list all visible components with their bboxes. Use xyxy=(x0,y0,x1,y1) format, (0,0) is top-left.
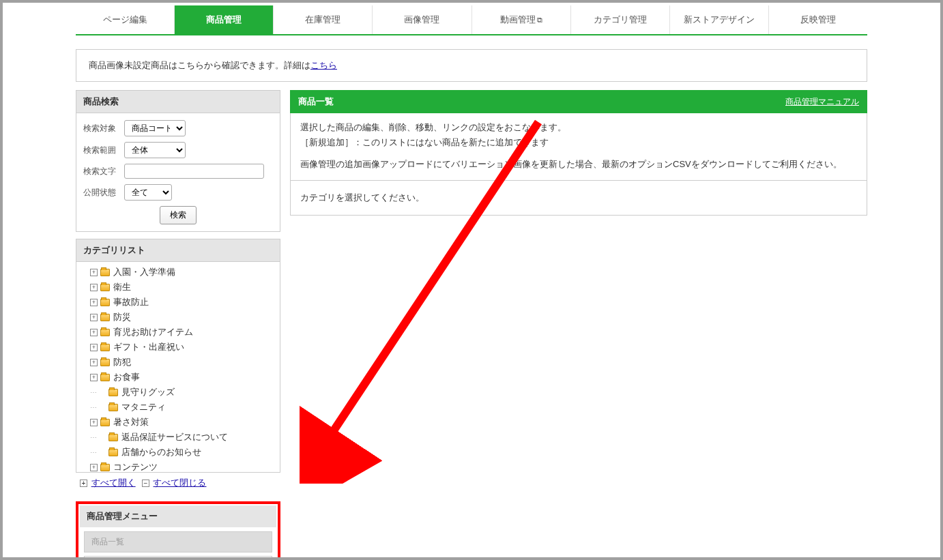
category-list-title: カテゴリリスト xyxy=(76,239,280,261)
expander-icon[interactable]: + xyxy=(90,374,98,381)
tree-item[interactable]: +暑さ対策 xyxy=(76,415,280,430)
top-tabs: ページ編集商品管理在庫管理画像管理動画管理⧉カテゴリ管理新ストアデザイン反映管理 xyxy=(76,5,867,35)
folder-icon xyxy=(108,434,118,441)
tab-1[interactable]: 商品管理 xyxy=(175,5,274,34)
tree-item[interactable]: ⋯返品保証サービスについて xyxy=(76,430,280,445)
menu-item-0[interactable]: 商品一覧 xyxy=(84,531,272,552)
folder-icon xyxy=(108,389,118,396)
tab-0[interactable]: ページ編集 xyxy=(76,5,175,34)
external-icon: ⧉ xyxy=(537,16,542,24)
search-scope-select[interactable]: 全体 xyxy=(124,142,186,158)
tree-item[interactable]: +入園・入学準備 xyxy=(76,265,280,280)
folder-icon xyxy=(100,374,110,381)
folder-icon xyxy=(100,419,110,426)
main-header: 商品一覧 商品管理マニュアル xyxy=(290,90,867,113)
search-status-select[interactable]: 全て xyxy=(124,184,172,201)
tree-item[interactable]: +お食事 xyxy=(76,370,280,385)
product-menu-panel: 商品管理メニュー 商品一覧アップロード履歴商品表示順序の変更 xyxy=(76,501,280,560)
folder-icon xyxy=(100,359,110,366)
folder-icon xyxy=(100,284,110,291)
main-prompt: カテゴリを選択してください。 xyxy=(291,181,867,215)
tree-item[interactable]: ⋯見守りグッズ xyxy=(76,385,280,400)
tree-item-label: 衛生 xyxy=(113,281,131,293)
expander-icon[interactable]: + xyxy=(90,269,98,276)
expander-icon[interactable]: + xyxy=(90,359,98,366)
expander-icon[interactable]: + xyxy=(90,329,98,336)
folder-icon xyxy=(100,464,110,471)
tree-item[interactable]: +育児お助けアイテム xyxy=(76,325,280,340)
plus-icon: + xyxy=(80,480,87,487)
folder-icon xyxy=(108,404,118,411)
collapse-all-link[interactable]: すべて閉じる xyxy=(153,477,206,488)
search-text-input[interactable] xyxy=(124,164,264,179)
tree-item[interactable]: ⋯マタニティ xyxy=(76,400,280,415)
tree-item-label: 防犯 xyxy=(113,356,131,368)
tree-item-label: コンテンツ xyxy=(113,461,158,472)
folder-icon xyxy=(100,344,110,351)
expander-icon[interactable]: + xyxy=(90,284,98,291)
menu-item-1[interactable]: アップロード履歴 xyxy=(84,556,272,560)
tree-item[interactable]: +ギフト・出産祝い xyxy=(76,340,280,355)
tree-item[interactable]: +事故防止 xyxy=(76,295,280,310)
expander-icon[interactable]: + xyxy=(90,344,98,351)
folder-icon xyxy=(100,269,110,276)
expander-icon[interactable]: + xyxy=(90,299,98,306)
tree-item-label: 防災 xyxy=(113,311,131,323)
tree-actions: + すべて開く − すべて閉じる xyxy=(76,473,280,493)
expander-icon[interactable]: + xyxy=(90,314,98,321)
tab-6[interactable]: 新ストアデザイン xyxy=(670,5,769,34)
tree-item-label: 入園・入学準備 xyxy=(113,266,175,278)
notice-text: 商品画像未設定商品はこちらから確認できます。詳細は xyxy=(89,60,310,70)
minus-icon: − xyxy=(142,480,149,487)
search-target-label: 検索対象 xyxy=(83,123,124,134)
expander-icon[interactable]: + xyxy=(90,419,98,426)
tab-2[interactable]: 在庫管理 xyxy=(274,5,373,34)
expand-all-link[interactable]: すべて開く xyxy=(91,477,136,488)
tree-item-label: ギフト・出産祝い xyxy=(113,341,184,353)
main-title: 商品一覧 xyxy=(298,95,334,108)
search-status-label: 公開状態 xyxy=(83,187,124,198)
folder-icon xyxy=(100,329,110,336)
notice-link[interactable]: こちら xyxy=(310,60,337,70)
search-text-label: 検索文字 xyxy=(83,166,124,177)
expander-icon[interactable]: + xyxy=(90,464,98,471)
tab-4[interactable]: 動画管理⧉ xyxy=(472,5,571,34)
tree-item-label: 店舗からのお知らせ xyxy=(121,446,201,458)
category-list-panel: +入園・入学準備+衛生+事故防止+防災+育児お助けアイテム+ギフト・出産祝い+防… xyxy=(76,261,280,473)
manual-link[interactable]: 商品管理マニュアル xyxy=(785,96,859,108)
main-description: 選択した商品の編集、削除、移動、リンクの設定をおこないます。 ［新規追加］：この… xyxy=(291,113,867,181)
search-panel: 検索対象 商品コード 検索範囲 全体 検索文字 公開状態 全て 検索 xyxy=(76,113,280,232)
search-scope-label: 検索範囲 xyxy=(83,145,124,156)
tab-5[interactable]: カテゴリ管理 xyxy=(571,5,670,34)
notice-bar: 商品画像未設定商品はこちらから確認できます。詳細はこちら xyxy=(76,49,867,82)
tab-7[interactable]: 反映管理 xyxy=(769,5,867,34)
tree-item-label: マタニティ xyxy=(121,401,166,413)
product-menu-title: 商品管理メニュー xyxy=(80,505,276,527)
search-target-select[interactable]: 商品コード xyxy=(124,120,186,136)
tab-3[interactable]: 画像管理 xyxy=(373,5,472,34)
tree-item[interactable]: +衛生 xyxy=(76,280,280,295)
folder-icon xyxy=(100,299,110,306)
category-tree[interactable]: +入園・入学準備+衛生+事故防止+防災+育児お助けアイテム+ギフト・出産祝い+防… xyxy=(76,262,280,472)
tree-item-label: 育児お助けアイテム xyxy=(113,326,193,338)
tree-item[interactable]: ⋯店舗からのお知らせ xyxy=(76,445,280,460)
tree-item[interactable]: +コンテンツ xyxy=(76,460,280,472)
folder-icon xyxy=(100,314,110,321)
tree-item[interactable]: +防犯 xyxy=(76,355,280,370)
tree-item-label: 事故防止 xyxy=(113,296,149,308)
folder-icon xyxy=(108,449,118,456)
tree-item-label: 見守りグッズ xyxy=(121,386,175,398)
search-button[interactable]: 検索 xyxy=(160,206,197,224)
tree-item[interactable]: +防災 xyxy=(76,310,280,325)
tree-item-label: 暑さ対策 xyxy=(113,416,149,428)
search-panel-title: 商品検索 xyxy=(76,90,280,113)
tree-item-label: 返品保証サービスについて xyxy=(121,431,228,443)
tree-item-label: お食事 xyxy=(113,371,140,383)
